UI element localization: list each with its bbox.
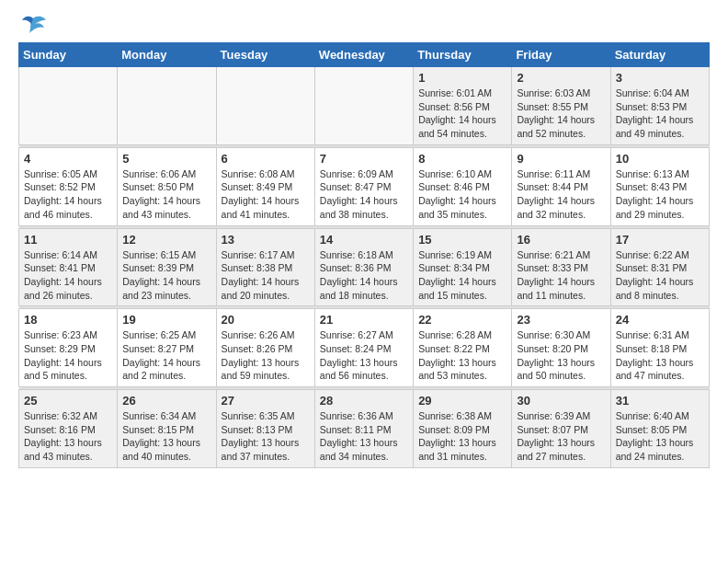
weekday-header-tuesday: Tuesday — [216, 43, 314, 67]
day-info: Sunrise: 6:31 AM Sunset: 8:18 PM Dayligh… — [616, 328, 704, 383]
day-info: Sunrise: 6:09 AM Sunset: 8:47 PM Dayligh… — [320, 167, 408, 222]
calendar-week-1: 1Sunrise: 6:01 AM Sunset: 8:56 PM Daylig… — [19, 67, 710, 145]
day-info: Sunrise: 6:05 AM Sunset: 8:52 PM Dayligh… — [24, 167, 112, 222]
calendar-cell: 26Sunrise: 6:34 AM Sunset: 8:15 PM Dayli… — [118, 390, 216, 468]
calendar-cell: 28Sunrise: 6:36 AM Sunset: 8:11 PM Dayli… — [314, 390, 413, 468]
day-number: 11 — [24, 233, 112, 247]
calendar-cell: 4Sunrise: 6:05 AM Sunset: 8:52 PM Daylig… — [19, 147, 118, 225]
day-number: 10 — [616, 152, 704, 166]
calendar-cell: 17Sunrise: 6:22 AM Sunset: 8:31 PM Dayli… — [610, 228, 709, 306]
calendar-cell: 22Sunrise: 6:28 AM Sunset: 8:22 PM Dayli… — [414, 309, 512, 387]
day-number: 1 — [418, 71, 506, 85]
calendar-cell: 8Sunrise: 6:10 AM Sunset: 8:46 PM Daylig… — [414, 147, 512, 225]
day-number: 29 — [418, 394, 506, 408]
day-number: 21 — [320, 313, 408, 327]
logo — [18, 15, 46, 37]
weekday-header-friday: Friday — [512, 43, 610, 67]
day-number: 15 — [418, 233, 506, 247]
day-info: Sunrise: 6:35 AM Sunset: 8:13 PM Dayligh… — [222, 409, 310, 464]
day-info: Sunrise: 6:03 AM Sunset: 8:55 PM Dayligh… — [517, 86, 605, 141]
day-number: 16 — [517, 233, 605, 247]
calendar-cell: 7Sunrise: 6:09 AM Sunset: 8:47 PM Daylig… — [314, 147, 413, 225]
calendar-cell: 15Sunrise: 6:19 AM Sunset: 8:34 PM Dayli… — [414, 228, 512, 306]
weekday-header-wednesday: Wednesday — [314, 43, 413, 67]
day-number: 19 — [122, 313, 210, 327]
day-info: Sunrise: 6:18 AM Sunset: 8:36 PM Dayligh… — [320, 248, 408, 303]
calendar-week-3: 11Sunrise: 6:14 AM Sunset: 8:41 PM Dayli… — [19, 228, 710, 306]
calendar-cell: 20Sunrise: 6:26 AM Sunset: 8:26 PM Dayli… — [216, 309, 314, 387]
calendar-cell: 16Sunrise: 6:21 AM Sunset: 8:33 PM Dayli… — [512, 228, 610, 306]
day-info: Sunrise: 6:34 AM Sunset: 8:15 PM Dayligh… — [122, 409, 210, 464]
day-info: Sunrise: 6:40 AM Sunset: 8:05 PM Dayligh… — [616, 409, 704, 464]
day-number: 24 — [616, 313, 704, 327]
day-number: 22 — [418, 313, 506, 327]
day-number: 6 — [222, 152, 310, 166]
day-number: 5 — [122, 152, 210, 166]
day-info: Sunrise: 6:19 AM Sunset: 8:34 PM Dayligh… — [418, 248, 506, 303]
day-info: Sunrise: 6:04 AM Sunset: 8:53 PM Dayligh… — [616, 86, 704, 141]
day-info: Sunrise: 6:38 AM Sunset: 8:09 PM Dayligh… — [418, 409, 506, 464]
day-info: Sunrise: 6:39 AM Sunset: 8:07 PM Dayligh… — [517, 409, 605, 464]
calendar-week-4: 18Sunrise: 6:23 AM Sunset: 8:29 PM Dayli… — [19, 309, 710, 387]
day-number: 3 — [616, 71, 704, 85]
calendar-cell: 27Sunrise: 6:35 AM Sunset: 8:13 PM Dayli… — [216, 390, 314, 468]
weekday-header-saturday: Saturday — [610, 43, 709, 67]
day-number: 28 — [320, 394, 408, 408]
calendar-week-2: 4Sunrise: 6:05 AM Sunset: 8:52 PM Daylig… — [19, 147, 710, 225]
day-info: Sunrise: 6:14 AM Sunset: 8:41 PM Dayligh… — [24, 248, 112, 303]
calendar-cell: 6Sunrise: 6:08 AM Sunset: 8:49 PM Daylig… — [216, 147, 314, 225]
day-number: 2 — [517, 71, 605, 85]
calendar-cell: 25Sunrise: 6:32 AM Sunset: 8:16 PM Dayli… — [19, 390, 118, 468]
calendar-cell: 9Sunrise: 6:11 AM Sunset: 8:44 PM Daylig… — [512, 147, 610, 225]
day-number: 9 — [517, 152, 605, 166]
calendar-cell: 5Sunrise: 6:06 AM Sunset: 8:50 PM Daylig… — [118, 147, 216, 225]
day-number: 8 — [418, 152, 506, 166]
calendar-table: SundayMondayTuesdayWednesdayThursdayFrid… — [18, 42, 710, 468]
day-number: 31 — [616, 394, 704, 408]
day-number: 18 — [24, 313, 112, 327]
calendar-cell: 3Sunrise: 6:04 AM Sunset: 8:53 PM Daylig… — [610, 67, 709, 145]
day-info: Sunrise: 6:06 AM Sunset: 8:50 PM Dayligh… — [122, 167, 210, 222]
day-number: 23 — [517, 313, 605, 327]
calendar-cell — [19, 67, 118, 145]
day-info: Sunrise: 6:30 AM Sunset: 8:20 PM Dayligh… — [517, 328, 605, 383]
logo-bird-icon — [20, 15, 46, 37]
day-number: 30 — [517, 394, 605, 408]
day-info: Sunrise: 6:23 AM Sunset: 8:29 PM Dayligh… — [24, 328, 112, 383]
calendar-cell: 11Sunrise: 6:14 AM Sunset: 8:41 PM Dayli… — [19, 228, 118, 306]
weekday-header-sunday: Sunday — [19, 43, 118, 67]
day-number: 12 — [122, 233, 210, 247]
calendar-cell: 10Sunrise: 6:13 AM Sunset: 8:43 PM Dayli… — [610, 147, 709, 225]
calendar-header-row: SundayMondayTuesdayWednesdayThursdayFrid… — [19, 43, 710, 67]
calendar-cell — [314, 67, 413, 145]
day-info: Sunrise: 6:32 AM Sunset: 8:16 PM Dayligh… — [24, 409, 112, 464]
calendar-cell: 2Sunrise: 6:03 AM Sunset: 8:55 PM Daylig… — [512, 67, 610, 145]
calendar-cell: 24Sunrise: 6:31 AM Sunset: 8:18 PM Dayli… — [610, 309, 709, 387]
day-number: 14 — [320, 233, 408, 247]
calendar-cell: 14Sunrise: 6:18 AM Sunset: 8:36 PM Dayli… — [314, 228, 413, 306]
day-info: Sunrise: 6:10 AM Sunset: 8:46 PM Dayligh… — [418, 167, 506, 222]
day-info: Sunrise: 6:08 AM Sunset: 8:49 PM Dayligh… — [222, 167, 310, 222]
page-header — [18, 15, 710, 37]
weekday-header-thursday: Thursday — [414, 43, 512, 67]
calendar-cell: 30Sunrise: 6:39 AM Sunset: 8:07 PM Dayli… — [512, 390, 610, 468]
calendar-cell: 1Sunrise: 6:01 AM Sunset: 8:56 PM Daylig… — [414, 67, 512, 145]
calendar-cell: 13Sunrise: 6:17 AM Sunset: 8:38 PM Dayli… — [216, 228, 314, 306]
calendar-cell: 18Sunrise: 6:23 AM Sunset: 8:29 PM Dayli… — [19, 309, 118, 387]
calendar-cell: 21Sunrise: 6:27 AM Sunset: 8:24 PM Dayli… — [314, 309, 413, 387]
calendar-cell: 31Sunrise: 6:40 AM Sunset: 8:05 PM Dayli… — [610, 390, 709, 468]
day-number: 4 — [24, 152, 112, 166]
day-number: 27 — [222, 394, 310, 408]
day-number: 20 — [222, 313, 310, 327]
day-info: Sunrise: 6:01 AM Sunset: 8:56 PM Dayligh… — [418, 86, 506, 141]
day-info: Sunrise: 6:36 AM Sunset: 8:11 PM Dayligh… — [320, 409, 408, 464]
day-number: 26 — [122, 394, 210, 408]
day-number: 7 — [320, 152, 408, 166]
day-info: Sunrise: 6:15 AM Sunset: 8:39 PM Dayligh… — [122, 248, 210, 303]
day-info: Sunrise: 6:13 AM Sunset: 8:43 PM Dayligh… — [616, 167, 704, 222]
day-info: Sunrise: 6:26 AM Sunset: 8:26 PM Dayligh… — [222, 328, 310, 383]
calendar-cell — [216, 67, 314, 145]
day-info: Sunrise: 6:25 AM Sunset: 8:27 PM Dayligh… — [122, 328, 210, 383]
day-number: 13 — [222, 233, 310, 247]
day-info: Sunrise: 6:22 AM Sunset: 8:31 PM Dayligh… — [616, 248, 704, 303]
